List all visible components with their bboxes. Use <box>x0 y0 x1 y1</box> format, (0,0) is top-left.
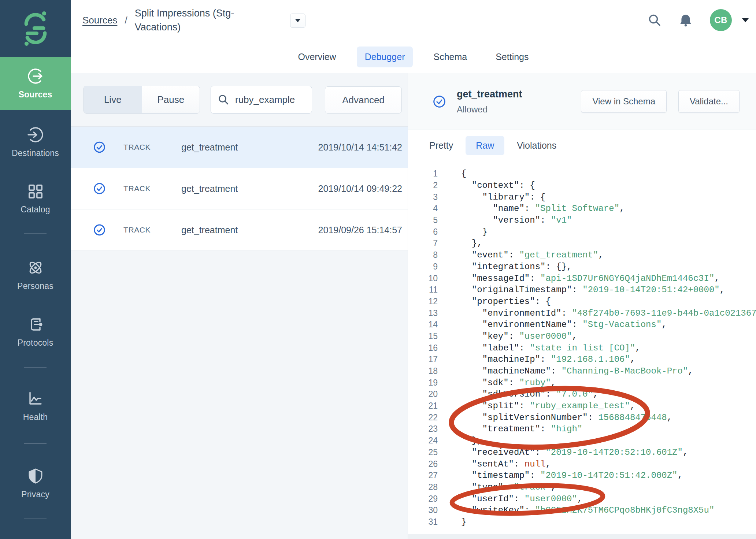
code-line: 14 "environmentName": "Stg-Vacations", <box>408 319 756 331</box>
tab-schema[interactable]: Schema <box>425 47 475 67</box>
main-tabbar: Overview Debugger Schema Settings <box>71 40 756 74</box>
payload-view-tabs: Pretty Raw Violations <box>408 130 756 161</box>
check-circle-icon <box>93 183 105 195</box>
event-search-input[interactable]: ruby_example <box>211 86 312 114</box>
app-root: Sources Destinations Catalog <box>0 0 756 539</box>
code-line: 9 "integrations": {}, <box>408 261 756 273</box>
validate-button[interactable]: Validate... <box>678 90 740 113</box>
pause-toggle-button[interactable]: Pause <box>142 86 200 113</box>
event-detail-header: get_treatment Allowed View in Schema Val… <box>408 73 756 130</box>
sidebar-item-catalog[interactable]: Catalog <box>0 172 71 226</box>
code-line: 28 "type": "track", <box>408 482 756 493</box>
sidebar-item-sources[interactable]: Sources <box>0 57 71 110</box>
code-line: 20 "sdkVersion": "7.0.0", <box>408 389 756 400</box>
sidebar-item-health[interactable]: Health <box>0 379 71 433</box>
code-line: 26 "sentAt": null, <box>408 458 756 470</box>
code-line: 1{ <box>408 168 756 180</box>
sidebar-divider <box>24 233 47 234</box>
code-line: 15 "key": "user0000", <box>408 331 756 342</box>
live-pause-toggle: Live Pause <box>84 86 200 114</box>
code-line: 7 }, <box>408 238 756 249</box>
code-line: 6 } <box>408 226 756 238</box>
event-name: get_treatment <box>181 225 238 235</box>
live-toggle-button[interactable]: Live <box>84 86 142 113</box>
code-line: 2 "context": { <box>408 180 756 192</box>
bell-icon[interactable] <box>678 14 693 27</box>
sidebar-item-label: Health <box>23 412 48 422</box>
code-line: 11 "originalTimestamp": "2019-10-14T20:5… <box>408 284 756 296</box>
raw-json-viewer[interactable]: 1{2 "context": {3 "library": {4 "name": … <box>408 161 756 534</box>
advanced-button[interactable]: Advanced <box>325 86 402 114</box>
tab-raw[interactable]: Raw <box>466 136 504 155</box>
health-icon <box>27 390 44 408</box>
code-line: 18 "machineName": "Channing-B-MacBook-Pr… <box>408 365 756 377</box>
segment-logo[interactable] <box>0 0 71 57</box>
breadcrumb: Sources / Split Impressions (Stg-Vacatio… <box>82 0 247 40</box>
code-line: 12 "properties": { <box>408 296 756 308</box>
code-line: 17 "machineIp": "192.168.1.106", <box>408 354 756 365</box>
breadcrumb-sources-link[interactable]: Sources <box>82 15 117 26</box>
event-rows: TRACK get_treatment 2019/10/14 14:51:42 … <box>71 126 408 251</box>
code-lines: 1{2 "context": {3 "library": {4 "name": … <box>408 168 756 528</box>
view-in-schema-button[interactable]: View in Schema <box>581 90 667 113</box>
tab-pretty[interactable]: Pretty <box>429 136 453 155</box>
code-line: 10 "messageId": "api-1SD7Ur6NGY6Q4jaNDhE… <box>408 272 756 284</box>
code-line: 30 "writeKey": "b0C52M2K75TM6CPqo8bHKj0f… <box>408 505 756 516</box>
sidebar-divider <box>24 367 47 368</box>
tab-settings[interactable]: Settings <box>488 47 537 67</box>
sidebar-item-destinations[interactable]: Destinations <box>0 115 71 169</box>
page-title: Split Impressions (Stg-Vacations) <box>135 6 247 34</box>
personas-icon <box>27 259 44 276</box>
event-status: Allowed <box>457 104 522 115</box>
horizontal-scrollbar-track[interactable] <box>408 534 756 539</box>
sidebar: Sources Destinations Catalog <box>0 0 71 539</box>
code-line: 29 "userId": "user0000", <box>408 493 756 505</box>
code-line: 27 "timestamp": "2019-10-14T20:51:42.000… <box>408 470 756 482</box>
sidebar-item-protocols[interactable]: Protocols <box>0 305 71 358</box>
event-detail-title: get_treatment <box>457 89 522 100</box>
source-menu-button[interactable] <box>290 14 305 28</box>
event-row[interactable]: TRACK get_treatment 2019/09/26 15:14:57 <box>71 209 408 251</box>
tab-overview[interactable]: Overview <box>290 47 344 67</box>
sidebar-item-label: Sources <box>18 90 52 100</box>
destinations-icon <box>27 126 44 144</box>
catalog-icon <box>27 183 44 200</box>
avatar[interactable]: CB <box>710 9 732 31</box>
sidebar-item-label: Protocols <box>18 338 53 348</box>
sidebar-item-privacy[interactable]: Privacy <box>0 457 71 510</box>
privacy-shield-icon <box>27 467 44 485</box>
topbar-actions: CB <box>648 0 749 40</box>
sidebar-item-label: Destinations <box>12 148 59 158</box>
code-line: 13 "environmentId": "48f274b0-7693-11e9-… <box>408 307 756 319</box>
code-line: 21 "split": "ruby_example_test", <box>408 400 756 412</box>
event-row[interactable]: TRACK get_treatment 2019/10/14 14:51:42 <box>71 127 408 168</box>
sidebar-item-label: Catalog <box>21 205 50 215</box>
code-line: 16 "label": "state in list [CO]", <box>408 342 756 354</box>
topbar: Sources / Split Impressions (Stg-Vacatio… <box>71 0 756 41</box>
code-line: 22 "splitVersionNumber": 1568848476448, <box>408 412 756 423</box>
code-line: 4 "name": "Split Software", <box>408 203 756 215</box>
caret-down-icon <box>295 19 300 22</box>
search-icon[interactable] <box>648 13 662 27</box>
sidebar-item-personas[interactable]: Personas <box>0 248 71 302</box>
breadcrumb-separator: / <box>125 15 127 26</box>
code-line: 5 "version": "v1" <box>408 215 756 226</box>
event-type: TRACK <box>123 143 151 152</box>
code-line: 3 "library": { <box>408 191 756 203</box>
tab-debugger[interactable]: Debugger <box>357 47 413 67</box>
event-timestamp: 2019/10/14 14:51:42 <box>318 142 402 153</box>
sources-icon <box>27 67 44 85</box>
event-row[interactable]: TRACK get_treatment 2019/10/14 09:49:22 <box>71 168 408 209</box>
event-type: TRACK <box>123 184 151 193</box>
event-timestamp: 2019/09/26 15:14:57 <box>318 225 402 235</box>
code-line: 31} <box>408 516 756 528</box>
account-caret-down-icon[interactable] <box>742 18 749 22</box>
event-name: get_treatment <box>181 142 238 153</box>
search-input-value: ruby_example <box>235 94 295 105</box>
check-circle-icon <box>433 95 446 108</box>
search-icon <box>218 94 229 105</box>
sidebar-item-label: Privacy <box>21 490 49 499</box>
sidebar-divider <box>24 443 47 444</box>
tab-violations[interactable]: Violations <box>517 136 556 155</box>
check-circle-icon <box>93 141 105 153</box>
